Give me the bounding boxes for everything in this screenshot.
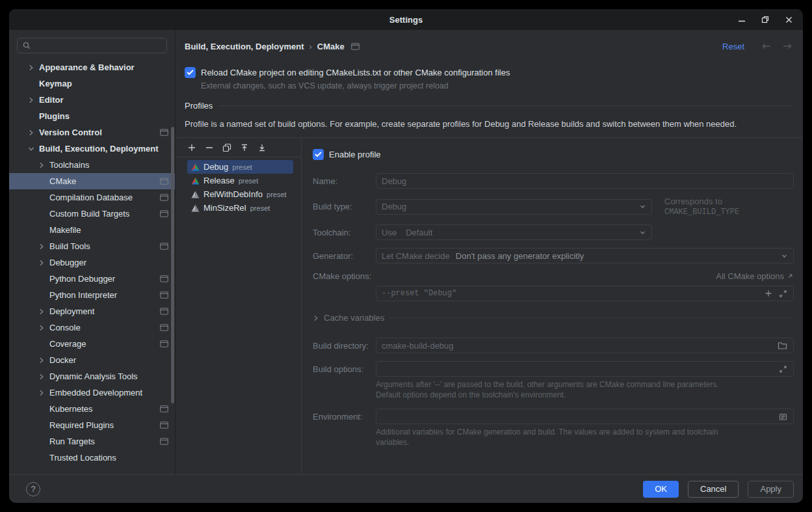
build-type-select[interactable]: Debug	[376, 199, 652, 215]
sidebar-item-build-execution-deployment[interactable]: Build, Execution, Deployment	[9, 141, 175, 157]
expand-editor-button[interactable]	[776, 290, 791, 298]
sidebar-item-run-targets[interactable]: Run Targets	[9, 433, 175, 450]
apply-button[interactable]: Apply	[748, 481, 794, 498]
profiles-panel: Debug preset Release preset RelWithDebIn…	[176, 137, 803, 474]
help-button[interactable]: ?	[26, 482, 40, 496]
chevron-spacer	[38, 438, 46, 446]
sidebar-item-cmake[interactable]: CMake	[9, 173, 175, 189]
chevron-right-icon[interactable]	[27, 96, 35, 104]
toolchain-label: Toolchain:	[313, 228, 376, 237]
cmake-options-header-row: CMake options: All CMake options	[313, 271, 794, 281]
sidebar-item-python-interpreter[interactable]: Python Interpreter	[9, 287, 175, 303]
sidebar-item-toolchains[interactable]: Toolchains	[9, 157, 175, 173]
remove-profile-button[interactable]	[204, 142, 215, 153]
chevron-down-icon[interactable]	[27, 145, 35, 153]
sidebar-item-label: Trusted Locations	[49, 453, 116, 463]
ok-button[interactable]: OK	[643, 481, 679, 498]
search-box[interactable]	[17, 38, 167, 53]
maximize-button[interactable]	[753, 9, 777, 30]
sidebar-item-custom-build-targets[interactable]: Custom Build Targets	[9, 206, 175, 222]
add-profile-button[interactable]	[187, 142, 197, 153]
sidebar-item-plugins[interactable]: Plugins	[9, 108, 175, 124]
close-button[interactable]	[777, 9, 800, 30]
enable-profile-checkbox[interactable]	[313, 149, 324, 160]
environment-field[interactable]	[376, 409, 794, 424]
cmake-profile-icon	[191, 163, 200, 171]
build-options-field[interactable]	[376, 361, 794, 377]
sidebar-item-label: Python Debugger	[49, 274, 115, 284]
chevron-right-icon[interactable]	[38, 357, 46, 364]
reload-cmake-checkbox[interactable]	[185, 67, 196, 78]
chevron-right-icon[interactable]	[38, 389, 46, 397]
sidebar-scrollbar-thumb[interactable]	[171, 127, 174, 403]
sidebar-item-dynamic-analysis-tools[interactable]: Dynamic Analysis Tools	[9, 368, 175, 384]
add-option-button[interactable]	[761, 290, 776, 297]
build-type-hint: Corresponds to CMAKE_BUILD_TYPE	[664, 196, 794, 217]
sidebar-item-console[interactable]: Console	[9, 319, 175, 336]
sidebar-item-compilation-database[interactable]: Compilation Database	[9, 189, 175, 206]
search-input[interactable]	[34, 41, 161, 51]
sidebar-item-kubernetes[interactable]: Kubernetes	[9, 401, 175, 417]
cancel-button[interactable]: Cancel	[688, 481, 739, 498]
chevron-right-icon[interactable]	[38, 243, 46, 250]
chevron-right-icon[interactable]	[38, 324, 46, 332]
sidebar-item-required-plugins[interactable]: Required Plugins	[9, 417, 175, 433]
profile-form: Enable profile Name: Debug Build type: D…	[302, 138, 803, 474]
profile-name: RelWithDebInfo	[203, 189, 263, 199]
name-label: Name:	[313, 176, 376, 186]
breadcrumb-item-build-execution-deployment[interactable]: Build, Execution, Deployment	[185, 42, 304, 51]
forward-arrow-icon[interactable]	[782, 42, 792, 50]
sidebar-item-coverage[interactable]: Coverage	[9, 336, 175, 352]
sidebar-item-docker[interactable]: Docker	[9, 352, 175, 368]
chevron-right-icon[interactable]	[38, 308, 46, 316]
chevron-right-icon[interactable]	[27, 64, 35, 72]
name-value: Debug	[382, 176, 406, 186]
profile-item-relwithdebinfo[interactable]: RelWithDebInfo preset	[187, 187, 293, 201]
move-down-button[interactable]	[257, 142, 267, 153]
variables-list-icon	[779, 412, 787, 421]
expand-editor-button[interactable]	[776, 365, 791, 373]
profile-item-minsizerel[interactable]: MinSizeRel preset	[187, 201, 293, 215]
chevron-right-icon[interactable]	[27, 129, 35, 137]
cmake-options-field[interactable]: --preset "Debug"	[376, 286, 794, 301]
sidebar-item-embedded-development[interactable]: Embedded Development	[9, 384, 175, 401]
sidebar-item-deployment[interactable]: Deployment	[9, 303, 175, 319]
name-field[interactable]: Debug	[376, 173, 794, 189]
profile-item-debug[interactable]: Debug preset	[187, 160, 293, 174]
reset-link[interactable]: Reset	[722, 42, 744, 51]
browse-folder-button[interactable]	[774, 342, 791, 350]
sidebar-item-python-debugger[interactable]: Python Debugger	[9, 271, 175, 287]
all-cmake-options-link[interactable]: All CMake options	[716, 271, 794, 281]
per-project-settings-icon	[351, 43, 360, 50]
folder-icon	[778, 342, 787, 350]
build-options-label: Build options:	[313, 364, 376, 374]
build-directory-field[interactable]: cmake-build-debug	[376, 338, 794, 353]
sidebar-item-version-control[interactable]: Version Control	[9, 124, 175, 141]
cache-variables-toggle[interactable]: Cache variables	[313, 313, 794, 323]
environment-help: Additional variables for CMake generatio…	[376, 427, 794, 448]
breadcrumb-separator: ›	[309, 42, 311, 51]
restore-icon	[761, 16, 769, 23]
move-up-button[interactable]	[239, 142, 250, 153]
enable-profile-row: Enable profile	[313, 149, 794, 160]
chevron-right-icon[interactable]	[38, 161, 46, 169]
sidebar-item-keymap[interactable]: Keymap	[9, 75, 175, 92]
toolchain-select[interactable]: Use Default	[376, 224, 652, 240]
sidebar-item-label: Build Tools	[49, 241, 90, 251]
sidebar-item-appearance-behavior[interactable]: Appearance & Behavior	[9, 59, 175, 75]
generator-select[interactable]: Let CMake decide Don't pass any generato…	[376, 248, 794, 263]
chevron-right-icon[interactable]	[38, 373, 46, 381]
sidebar-item-trusted-locations[interactable]: Trusted Locations	[9, 450, 175, 466]
sidebar-item-label: Dynamic Analysis Tools	[49, 371, 138, 381]
sidebar-item-editor[interactable]: Editor	[9, 92, 175, 108]
breadcrumb-item-cmake[interactable]: CMake	[317, 42, 345, 51]
sidebar-item-makefile[interactable]: Makefile	[9, 222, 175, 238]
copy-profile-button[interactable]	[222, 142, 232, 153]
profile-item-release[interactable]: Release preset	[187, 174, 293, 187]
sidebar-item-debugger[interactable]: Debugger	[9, 254, 175, 271]
chevron-right-icon[interactable]	[38, 259, 46, 267]
minimize-button[interactable]	[730, 9, 753, 30]
sidebar-item-build-tools[interactable]: Build Tools	[9, 238, 175, 254]
back-arrow-icon[interactable]	[761, 42, 772, 50]
environment-variables-button[interactable]	[776, 412, 791, 421]
